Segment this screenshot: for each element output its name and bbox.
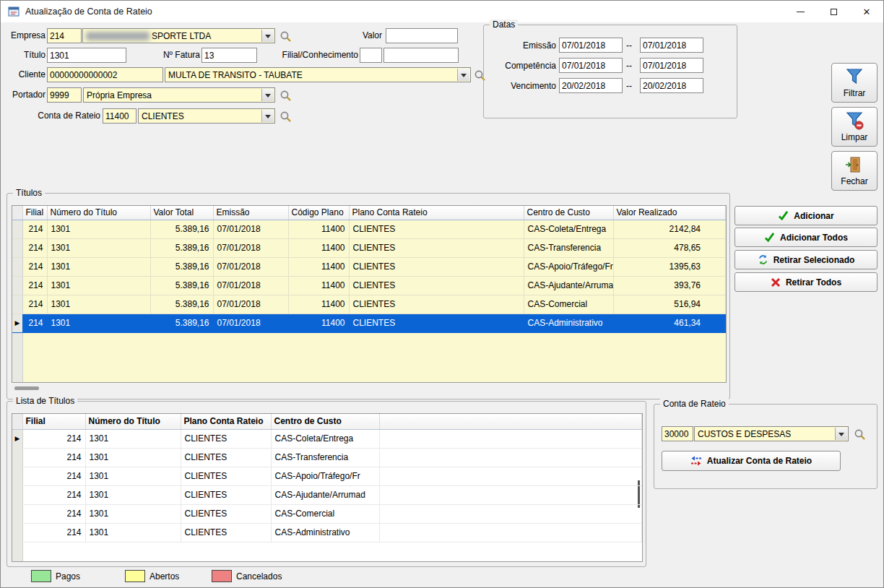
cliente-combo[interactable]: MULTA DE TRANSITO - TAUBATE <box>165 67 471 82</box>
indicator-header <box>12 206 22 220</box>
cell-numero: 1301 <box>85 429 181 448</box>
titulo-input[interactable] <box>47 48 126 63</box>
row-indicator <box>12 523 22 542</box>
row-indicator <box>12 485 22 504</box>
cell-plano_conta: CLIENTES <box>181 467 271 485</box>
adicionar-todos-button[interactable]: Adicionar Todos <box>734 228 878 247</box>
competencia-from-input[interactable] <box>559 58 623 73</box>
window-title: Atualização de Conta de Rateio <box>25 7 152 17</box>
table-row[interactable]: 21413015.389,1607/01/201811400CLIENTESCA… <box>12 276 726 295</box>
cell-emissao: 07/01/2018 <box>213 295 288 314</box>
legend-swatch-cancelados <box>212 570 232 582</box>
date-range-separator: -- <box>626 40 632 51</box>
adicionar-button[interactable]: Adicionar <box>734 206 878 225</box>
limpar-button[interactable]: Limpar <box>831 107 878 147</box>
cell-centro_custo: CAS-Coleta/Entrega <box>271 429 379 448</box>
cell-filial: 214 <box>22 295 47 314</box>
app-icon[interactable] <box>8 6 20 17</box>
fatura-input[interactable] <box>202 48 257 63</box>
horizontal-scrollbar-thumb[interactable] <box>14 386 39 390</box>
dropdown-arrow-icon[interactable] <box>261 89 274 101</box>
cell-plano_conta: CLIENTES <box>181 429 271 448</box>
filtrar-button[interactable]: Filtrar <box>831 63 878 103</box>
row-indicator <box>12 257 22 276</box>
vencimento-from-input[interactable] <box>559 78 623 93</box>
cell-filial: 214 <box>22 314 47 332</box>
retirar-selecionado-button[interactable]: Retirar Selecionado <box>734 250 878 269</box>
titulos-group-title: Títulos <box>13 188 45 198</box>
table-row[interactable]: 2141301CLIENTESCAS-Apoio/Tráfego/Fr <box>12 467 642 485</box>
cell-plano_conta: CLIENTES <box>181 523 271 542</box>
cell-emissao: 07/01/2018 <box>213 220 288 238</box>
cell-numero: 1301 <box>85 504 181 523</box>
table-row[interactable]: 2141301CLIENTESCAS-Ajudante/Arrumad <box>12 485 642 504</box>
close-button[interactable]: ✕ <box>850 1 883 22</box>
empresa-search-icon[interactable] <box>278 29 292 43</box>
app-window: Atualização de Conta de Rateio ✕ Empresa… <box>0 0 884 588</box>
retirar-selecionado-label: Retirar Selecionado <box>774 255 855 265</box>
retirar-todos-button[interactable]: Retirar Todos <box>734 272 878 292</box>
cell-plano_conta: CLIENTES <box>349 314 524 332</box>
col-header-centro-custo: Centro de Custo <box>524 206 613 220</box>
date-range-separator: -- <box>626 61 632 71</box>
dropdown-arrow-icon[interactable] <box>835 428 847 440</box>
empresa-combo[interactable]: SPORTE LTDA <box>82 28 275 43</box>
minimize-button[interactable] <box>784 1 817 22</box>
filial-input[interactable] <box>360 48 382 63</box>
competencia-to-input[interactable] <box>640 58 703 73</box>
cliente-code-input[interactable] <box>47 67 163 82</box>
portador-search-icon[interactable] <box>278 88 292 103</box>
label-vencimento: Vencimento <box>487 81 556 91</box>
cell-filler <box>379 467 642 485</box>
table-row[interactable]: 21413015.389,1607/01/201811400CLIENTESCA… <box>12 257 726 276</box>
lista-titulos-group-title: Lista de Títulos <box>13 396 77 406</box>
emissao-to-input[interactable] <box>640 38 703 53</box>
refresh-icon <box>758 254 768 265</box>
cell-valor_realizado: 393,76 <box>613 276 726 295</box>
table-row[interactable]: ▶2141301CLIENTESCAS-Coleta/Entrega <box>12 429 642 448</box>
conta-rateio-combo[interactable]: CLIENTES <box>138 108 275 124</box>
conta-rateio-panel-search-icon[interactable] <box>852 427 867 441</box>
cell-plano_conta: CLIENTES <box>181 504 271 523</box>
vencimento-to-input[interactable] <box>640 78 703 93</box>
dropdown-arrow-icon[interactable] <box>261 30 274 42</box>
atualizar-conta-rateio-button[interactable]: Atualizar Conta de Rateio <box>662 451 841 471</box>
table-row[interactable]: 2141301CLIENTESCAS-Comercial <box>12 504 642 523</box>
cell-numero: 1301 <box>47 276 150 295</box>
fechar-button[interactable]: Fechar <box>831 151 878 191</box>
conta-rateio-panel-code-input[interactable] <box>662 426 693 441</box>
col-header-codigo-plano: Código Plano <box>288 206 349 220</box>
table-row[interactable]: 21413015.389,1607/01/201811400CLIENTESCA… <box>12 238 726 257</box>
dropdown-arrow-icon[interactable] <box>261 110 274 122</box>
table-row[interactable]: 21413015.389,1607/01/201811400CLIENTESCA… <box>12 295 726 314</box>
table-row[interactable]: ▶21413015.389,1607/01/201811400CLIENTESC… <box>12 314 726 332</box>
empresa-code-input[interactable] <box>47 28 82 43</box>
table-row[interactable]: 2141301CLIENTESCAS-Administrativo <box>12 523 642 542</box>
dropdown-arrow-icon[interactable] <box>457 69 469 81</box>
row-indicator <box>12 467 22 485</box>
conta-rateio-search-icon[interactable] <box>278 109 292 124</box>
cell-valor_realizado: 478,65 <box>613 238 726 257</box>
emissao-from-input[interactable] <box>559 38 623 53</box>
limpar-label: Limpar <box>841 132 868 142</box>
conta-rateio-code-input[interactable] <box>103 108 136 124</box>
cell-filler <box>379 485 642 504</box>
cell-plano_conta: CLIENTES <box>181 485 271 504</box>
cell-filler <box>379 429 642 448</box>
cell-centro_custo: CAS-Ajudante/Arrumad <box>524 276 613 295</box>
table-row[interactable]: 2141301CLIENTESCAS-Transferencia <box>12 448 642 467</box>
table-row[interactable]: 21413015.389,1607/01/201811400CLIENTESCA… <box>12 220 726 238</box>
conhecimento-input[interactable] <box>384 48 459 63</box>
cell-codigo_plano: 11400 <box>288 220 349 238</box>
cell-plano_conta: CLIENTES <box>349 295 524 314</box>
portador-combo[interactable]: Própria Empresa <box>83 87 275 103</box>
valor-input[interactable] <box>386 28 458 43</box>
cell-emissao: 07/01/2018 <box>213 314 288 332</box>
filter-clear-icon <box>845 111 864 130</box>
cell-plano_conta: CLIENTES <box>349 276 524 295</box>
conta-rateio-panel-combo[interactable]: CUSTOS E DESPESAS <box>694 426 849 441</box>
cell-plano_conta: CLIENTES <box>349 220 524 238</box>
portador-code-input[interactable] <box>47 87 82 103</box>
maximize-button[interactable] <box>817 1 850 22</box>
col-header-filler <box>379 414 642 429</box>
